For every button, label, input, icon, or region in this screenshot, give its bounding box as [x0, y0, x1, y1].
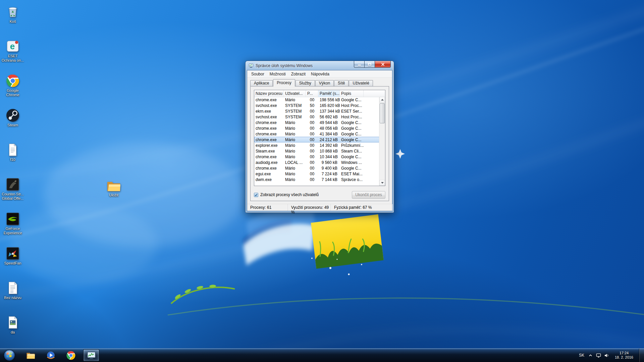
start-button[interactable]	[3, 349, 15, 361]
desktop-icon-label: ESET Ochrana on...	[0, 54, 25, 63]
process-row[interactable]: audiodg.exeLOCAL ...009 560 kBWindows ..…	[254, 160, 379, 165]
column-header-nazev-procesu[interactable]: Název procesu	[254, 90, 284, 97]
menu-soubor[interactable]: Soubor	[249, 71, 267, 77]
cell-user: Mário	[284, 137, 306, 142]
tab-uzivatele[interactable]: Uživatelé	[349, 80, 373, 86]
folder-icon	[106, 180, 121, 192]
cell-name: explorer.exe	[254, 143, 284, 148]
show-all-users-checkbox[interactable]: Zobrazit procesy všech uživatelů	[254, 192, 319, 197]
menu-zobrazit[interactable]: Zobrazit	[288, 71, 308, 77]
cell-cpu: 00	[306, 98, 318, 102]
show-desktop-button[interactable]	[639, 349, 644, 362]
process-row[interactable]: chrome.exeMário0010 344 kBGoogle C...	[254, 154, 379, 160]
taskbar-button-windows-explorer[interactable]	[23, 350, 38, 361]
process-row[interactable]: Steam.exeMário0010 868 kBSteam Cli...	[254, 148, 379, 154]
minimize-button[interactable]	[354, 61, 365, 68]
status-cpu: Využití procesoru: 49 %	[288, 204, 331, 211]
maximize-button[interactable]	[364, 61, 375, 68]
process-row[interactable]: egui.exeMário007 224 kBESET Mai...	[254, 171, 379, 177]
process-row[interactable]: explorer.exeMário0014 392 kBPrůzkumní...	[254, 142, 379, 148]
scroll-up-button[interactable]	[379, 97, 385, 103]
process-list: Název procesuUživatel...P...Paměť (s...P…	[254, 90, 385, 186]
chrome-icon	[6, 74, 20, 88]
taskbar-button-media-player[interactable]	[43, 350, 58, 361]
cell-mem: 7 144 kB	[318, 177, 340, 182]
desktop-icon-geforce[interactable]: GeForce Experience	[0, 212, 25, 235]
windows-start-icon	[3, 349, 15, 361]
tab-strip: AplikaceProcesySlužbyVýkonSítěUživatelé	[250, 79, 389, 86]
taskbar-clock[interactable]: 17:24 18. 2. 2016	[613, 351, 635, 360]
tab-procesy[interactable]: Procesy	[273, 79, 295, 86]
end-process-button[interactable]: Ukončit proces	[352, 191, 385, 199]
menu-moznosti[interactable]: Možnosti	[267, 71, 288, 77]
column-header-popis[interactable]: Popis	[340, 90, 364, 97]
cell-cpu: 00	[306, 172, 318, 176]
csgo-icon	[6, 177, 20, 191]
cell-mem: 9 560 kB	[318, 160, 340, 165]
clock-time: 17:24	[615, 351, 633, 355]
scrollbar-thumb[interactable]	[380, 103, 385, 123]
cell-name: chrome.exe	[254, 126, 284, 131]
menu-napoveda[interactable]: Nápověda	[308, 71, 332, 77]
process-row[interactable]: chrome.exeMário009 400 kBGoogle C...	[254, 165, 379, 171]
desktop-icon-text-file[interactable]: f10	[0, 143, 25, 162]
list-body: chrome.exeMário00198 556 kBGoogle C...sv…	[254, 97, 379, 186]
tab-vykon[interactable]: Výkon	[315, 80, 334, 86]
cell-cpu: 00	[306, 166, 318, 171]
process-row[interactable]: svchost.exeSYSTEM0056 692 kBHost Proc...	[254, 114, 379, 120]
tab-aplikace[interactable]: Aplikace	[250, 80, 273, 86]
close-button[interactable]	[375, 61, 391, 68]
desktop-icon-label: Koš	[0, 19, 25, 24]
monitor-icon[interactable]	[596, 353, 601, 358]
minimize-icon	[358, 65, 361, 66]
chevron-down-icon	[381, 182, 384, 184]
process-row[interactable]: svchost.exeSYSTEM50165 820 kBHost Proc..…	[254, 103, 379, 108]
process-row[interactable]: chrome.exeMário0024 212 kBGoogle C...	[254, 137, 379, 142]
desktop-icon-save-folder[interactable]: Uložit	[101, 180, 126, 197]
taskbar-button-task-manager[interactable]	[83, 349, 99, 361]
process-row[interactable]: ekrn.exeSYSTEM00137 344 kBESET Ser...	[254, 108, 379, 114]
tab-sluzby[interactable]: Služby	[296, 80, 315, 86]
cell-cpu: 00	[306, 155, 318, 159]
column-header-p[interactable]: P...	[306, 90, 318, 97]
process-row[interactable]: chrome.exeMário0041 384 kBGoogle C...	[254, 131, 379, 137]
process-row[interactable]: chrome.exeMário00198 556 kBGoogle C...	[254, 97, 379, 103]
cell-name: chrome.exe	[254, 166, 284, 171]
tab-site[interactable]: Sítě	[334, 80, 348, 86]
scroll-down-button[interactable]	[379, 180, 385, 186]
cell-desc: Google C...	[340, 126, 364, 131]
svg-text:e: e	[10, 41, 15, 51]
process-row[interactable]: chrome.exeMário0049 544 kBGoogle C...	[254, 120, 379, 125]
chevron-up-icon[interactable]	[588, 353, 593, 358]
cell-name: chrome.exe	[254, 155, 284, 159]
desktop-icon-steam[interactable]: Steam	[0, 108, 25, 127]
desktop-icon-label: SpeedFan	[0, 261, 25, 265]
cell-cpu: 00	[306, 160, 318, 165]
desktop-icon-recycle-bin[interactable]: Koš	[0, 5, 25, 24]
column-header-pamet-s[interactable]: Paměť (s...	[318, 90, 340, 97]
speaker-icon[interactable]	[604, 353, 609, 358]
desktop-icon-label: f10	[0, 158, 25, 162]
process-row[interactable]: dwm.exeMário007 144 kBSprávce o...	[254, 177, 379, 182]
checkbox-checked-icon	[254, 193, 258, 197]
column-header-uzivatel[interactable]: Uživatel...	[284, 90, 306, 97]
cell-desc: Steam Cli...	[340, 149, 364, 154]
desktop-icon-image-file[interactable]: da	[0, 315, 25, 335]
cell-name: audiodg.exe	[254, 160, 284, 165]
taskbar-button-google-chrome[interactable]	[63, 350, 78, 361]
cell-desc: Google C...	[340, 155, 364, 159]
status-memory: Fyzická paměť: 67 %	[331, 204, 392, 211]
desktop-icon-chrome[interactable]: Google Chrome	[0, 74, 25, 97]
desktop-icon-eset[interactable]: eESET Ochrana on...	[0, 39, 25, 63]
desktop-icon-document[interactable]: Bez názvu	[0, 281, 25, 300]
cell-mem: 41 384 kB	[318, 132, 340, 136]
cell-user: Mário	[284, 126, 306, 131]
window-titlebar[interactable]: Správce úloh systému Windows	[246, 61, 394, 70]
process-row[interactable]: chrome.exeMário0048 056 kBGoogle C...	[254, 125, 379, 131]
desktop-icon-speedfan[interactable]: SpeedFan	[0, 246, 25, 265]
desktop-icon-csgo[interactable]: Counter-Str... Global Offe...	[0, 177, 25, 201]
desktop-icon-label: GeForce Experience	[0, 227, 25, 235]
vertical-scrollbar[interactable]	[379, 97, 385, 186]
language-indicator[interactable]: SK	[579, 353, 584, 358]
cell-cpu: 00	[306, 126, 318, 131]
